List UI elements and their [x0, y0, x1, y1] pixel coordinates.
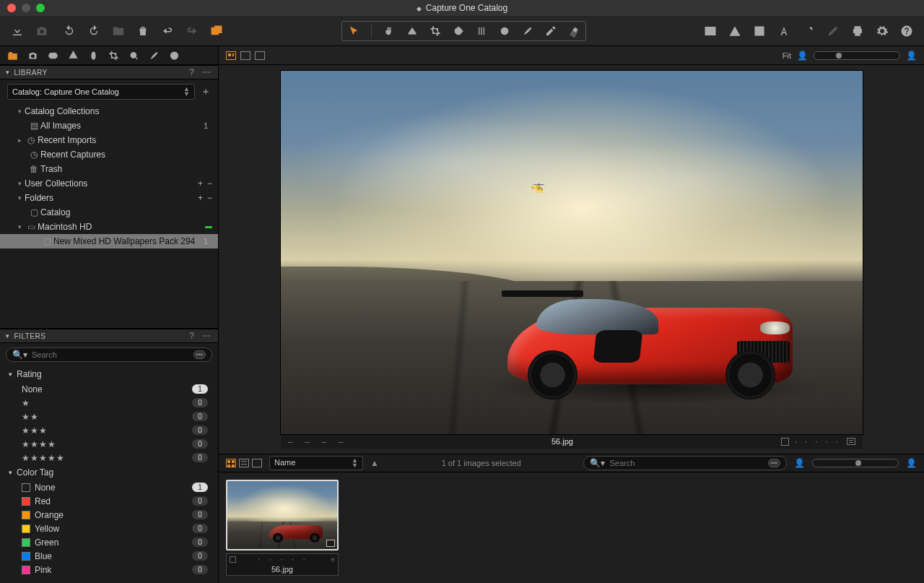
- filters-search[interactable]: 🔍▾ •••: [6, 347, 212, 362]
- search-options-icon[interactable]: •••: [768, 459, 780, 467]
- add-icon[interactable]: +: [198, 178, 203, 189]
- colortag-box[interactable]: [781, 438, 789, 446]
- hand-tool-icon[interactable]: [383, 25, 395, 37]
- remove-icon[interactable]: −: [207, 178, 212, 189]
- trash-icon[interactable]: [136, 24, 150, 38]
- rating-2[interactable]: ★★0: [0, 410, 218, 423]
- user-collections-row[interactable]: ▾ User Collections +−: [0, 176, 218, 191]
- catalog-collections-row[interactable]: ▾ Catalog Collections: [0, 104, 218, 118]
- keystone-tool-icon[interactable]: [476, 25, 487, 37]
- rating-5[interactable]: ★★★★★0: [0, 451, 218, 465]
- loupe-tool-icon[interactable]: [406, 25, 418, 37]
- pointer-tool-icon[interactable]: [348, 25, 359, 37]
- colortag-group[interactable]: ▾Color Tag: [0, 465, 218, 480]
- catalog-folder-row[interactable]: ▢ Catalog: [0, 205, 218, 220]
- person-icon[interactable]: 👤: [906, 51, 917, 61]
- metadata-tab-icon[interactable]: [169, 50, 180, 61]
- single-view-icon[interactable]: [240, 51, 250, 60]
- remove-icon[interactable]: −: [207, 193, 212, 203]
- eraser-tool-icon[interactable]: [568, 25, 580, 37]
- crop-tool-icon[interactable]: [430, 25, 441, 37]
- more-icon[interactable]: ⋯: [201, 67, 213, 77]
- info-menu-icon[interactable]: [847, 438, 855, 445]
- crop-tab-icon[interactable]: [108, 50, 119, 61]
- brush-tool-icon[interactable]: [522, 25, 533, 37]
- picker-tool-icon[interactable]: [545, 25, 557, 37]
- browser-search[interactable]: 🔍▾ •••: [583, 456, 787, 470]
- search-options-icon[interactable]: •••: [193, 350, 206, 359]
- print-icon[interactable]: [850, 24, 865, 38]
- colortag-orange[interactable]: Orange0: [0, 508, 218, 522]
- filters-section-header[interactable]: ▾ FILTERS ? ⋯: [0, 329, 218, 343]
- grid-view-icon[interactable]: [226, 51, 236, 60]
- import-icon[interactable]: [10, 24, 25, 38]
- person-icon[interactable]: 👤: [906, 458, 917, 468]
- rating-none[interactable]: None1: [0, 382, 218, 396]
- edit-icon[interactable]: [826, 24, 840, 38]
- color-tab-icon[interactable]: [68, 50, 79, 61]
- exposure-warning-icon[interactable]: [703, 24, 718, 38]
- rating-3[interactable]: ★★★0: [0, 423, 218, 437]
- folders-row[interactable]: ▾ Folders +−: [0, 191, 218, 205]
- trash-row[interactable]: 🗑 Trash: [0, 162, 218, 176]
- rating-4[interactable]: ★★★★0: [0, 437, 218, 451]
- colortag-green[interactable]: Green0: [0, 535, 218, 549]
- capture-tab-icon[interactable]: [27, 50, 38, 61]
- browser-list-icon[interactable]: [239, 459, 249, 467]
- browser-search-input[interactable]: [609, 459, 763, 467]
- person-icon[interactable]: 👤: [794, 458, 805, 468]
- colortag-box[interactable]: [230, 556, 236, 563]
- library-tab-icon[interactable]: [7, 50, 18, 61]
- person-icon[interactable]: 👤: [797, 51, 808, 61]
- settings-icon[interactable]: [875, 24, 889, 38]
- info-menu-icon[interactable]: ≡: [331, 556, 335, 563]
- colortag-red[interactable]: Red0: [0, 494, 218, 508]
- add-catalog-button[interactable]: ＋: [201, 85, 211, 98]
- colortag-pink[interactable]: Pink0: [0, 563, 218, 576]
- catalog-selector[interactable]: Catalog: Capture One Catalog ▲▼: [7, 84, 195, 100]
- colortag-none[interactable]: None1: [0, 480, 218, 494]
- rotate-tool-icon[interactable]: [453, 25, 464, 37]
- zoom-slider[interactable]: [814, 51, 900, 60]
- rating-dots[interactable]: · · · · ·: [795, 437, 841, 446]
- rating-group[interactable]: ▾Rating: [0, 366, 218, 382]
- exposure-tab-icon[interactable]: [88, 50, 99, 61]
- more-icon[interactable]: ⋯: [201, 331, 213, 341]
- colortag-yellow[interactable]: Yellow0: [0, 522, 218, 535]
- details-tab-icon[interactable]: [128, 50, 139, 61]
- thumbnail[interactable]: · · · · · ≡ 56.jpg: [226, 480, 339, 576]
- all-images-row[interactable]: ▤ All Images 1: [0, 118, 218, 133]
- recent-captures-row[interactable]: ◷ Recent Captures: [0, 147, 218, 162]
- capture-icon[interactable]: [35, 24, 49, 38]
- split-view-icon[interactable]: [255, 51, 265, 60]
- adjust-tab-icon[interactable]: [149, 50, 160, 61]
- add-icon[interactable]: +: [198, 193, 203, 203]
- selected-folder-row[interactable]: ▢ New Mixed HD Wallpapers Pack 294 1: [0, 234, 218, 249]
- library-section-header[interactable]: ▾ LIBRARY ? ⋯: [0, 65, 218, 79]
- colortag-blue[interactable]: Blue0: [0, 549, 218, 563]
- browser-filmstrip-icon[interactable]: [252, 459, 262, 467]
- lens-tab-icon[interactable]: [48, 50, 58, 61]
- spot-tool-icon[interactable]: [499, 25, 510, 37]
- help-icon[interactable]: [899, 24, 914, 38]
- grid-icon[interactable]: [752, 24, 767, 38]
- folder-icon[interactable]: [111, 24, 126, 38]
- recent-imports-row[interactable]: ▸ ◷ Recent Imports: [0, 133, 218, 147]
- rating-dots[interactable]: · · · · ·: [240, 556, 326, 563]
- redo-arrow-icon[interactable]: [185, 24, 199, 38]
- fit-label[interactable]: Fit: [783, 51, 791, 60]
- minimize-window[interactable]: [22, 4, 30, 12]
- help-small-icon[interactable]: ?: [188, 67, 196, 77]
- search-input[interactable]: [32, 350, 189, 359]
- annotations-icon[interactable]: [777, 24, 791, 38]
- alert-icon[interactable]: [728, 24, 742, 38]
- export-icon[interactable]: [801, 24, 816, 38]
- viewer-canvas[interactable]: 🚁 -- -- -- --: [219, 65, 924, 454]
- redo-icon[interactable]: [87, 24, 101, 38]
- windows-icon[interactable]: [209, 24, 224, 38]
- rating-1[interactable]: ★0: [0, 396, 218, 410]
- undo-icon[interactable]: [62, 24, 77, 38]
- browser-grid-icon[interactable]: [226, 459, 236, 467]
- macintosh-hd-row[interactable]: ▾ ▭ Macintosh HD: [0, 220, 218, 234]
- undo-arrow-icon[interactable]: [160, 24, 175, 38]
